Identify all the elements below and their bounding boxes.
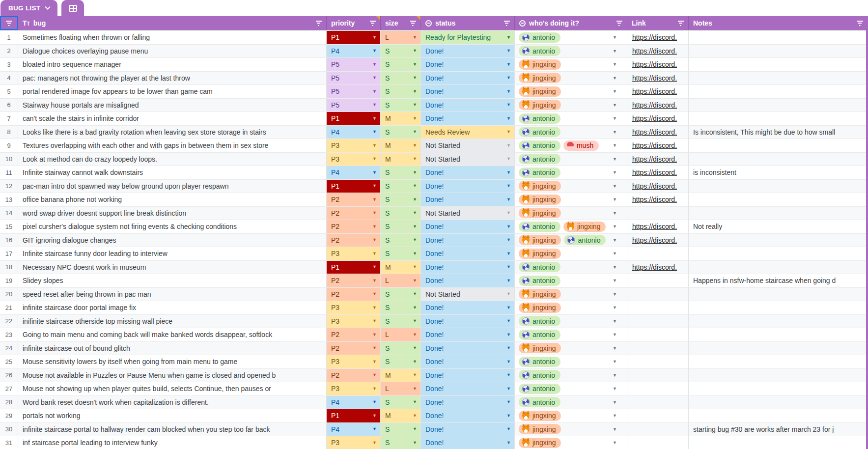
assignee-chip[interactable]: jingxing xyxy=(519,249,561,259)
link-cell[interactable] xyxy=(627,355,689,369)
size-dropdown[interactable]: M▼ xyxy=(381,153,421,167)
link-cell[interactable] xyxy=(627,247,689,261)
assignee-cell[interactable]: jingxing▼ xyxy=(515,301,627,315)
notes-cell[interactable] xyxy=(689,342,868,356)
priority-dropdown[interactable]: P2▼ xyxy=(327,234,381,248)
notes-cell[interactable] xyxy=(689,139,868,153)
chevron-down-icon[interactable]: ▼ xyxy=(613,238,617,242)
status-dropdown[interactable]: Done!▼ xyxy=(421,99,515,112)
filter-icon[interactable] xyxy=(6,21,12,26)
assignee-cell[interactable]: jingxing▼ xyxy=(515,342,627,356)
status-dropdown[interactable]: Done!▼ xyxy=(421,342,515,356)
priority-dropdown[interactable]: P3▼ xyxy=(327,139,381,153)
priority-dropdown[interactable]: P3▼ xyxy=(327,153,381,167)
size-dropdown[interactable]: S▼ xyxy=(381,126,421,140)
assignee-cell[interactable]: jingxing▼ xyxy=(515,247,627,261)
chevron-down-icon[interactable]: ▼ xyxy=(613,292,617,296)
assignee-cell[interactable]: antonio▼ xyxy=(515,315,627,329)
assignee-cell[interactable]: antonio▼ xyxy=(515,166,627,180)
assignee-chip[interactable]: jingxing xyxy=(519,100,561,110)
assignee-cell[interactable]: jingxing▼ xyxy=(515,180,627,194)
notes-cell[interactable]: Not really xyxy=(689,220,868,234)
link-cell[interactable] xyxy=(627,328,689,342)
priority-dropdown[interactable]: P3▼ xyxy=(327,247,381,261)
notes-cell[interactable] xyxy=(689,328,868,342)
chevron-down-icon[interactable] xyxy=(45,4,51,9)
priority-dropdown[interactable]: P3▼ xyxy=(327,355,381,369)
bug-cell[interactable]: pac: managers not throwing the player at… xyxy=(18,72,327,85)
row-number[interactable]: 31 xyxy=(0,436,18,449)
status-dropdown[interactable]: Not Started▼ xyxy=(421,153,515,167)
column-header-size[interactable]: size xyxy=(381,16,421,30)
bug-cell[interactable]: Word bank reset doesn't work when capita… xyxy=(18,396,327,410)
priority-dropdown[interactable]: P1▼ xyxy=(327,409,381,423)
size-dropdown[interactable]: S▼ xyxy=(381,288,421,302)
link-cell[interactable]: https://discord. xyxy=(627,193,689,207)
assignee-chip[interactable]: jingxing xyxy=(519,303,561,313)
filter-icon[interactable] xyxy=(616,21,622,26)
link-cell[interactable] xyxy=(627,369,689,383)
assignee-chip[interactable]: antonio xyxy=(519,140,560,151)
status-dropdown[interactable]: Done!▼ xyxy=(421,220,515,234)
assignee-cell[interactable]: jingxing▼ xyxy=(515,99,627,112)
row-number[interactable]: 19 xyxy=(0,274,18,288)
assignee-chip[interactable]: antonio xyxy=(519,262,560,272)
discord-link[interactable]: https://discord. xyxy=(632,141,677,149)
discord-link[interactable]: https://discord. xyxy=(632,236,677,244)
row-number[interactable]: 25 xyxy=(0,355,18,369)
filter-icon[interactable] xyxy=(410,21,416,26)
discord-link[interactable]: https://discord. xyxy=(632,114,677,122)
priority-dropdown[interactable]: P4▼ xyxy=(327,45,381,58)
filter-icon[interactable] xyxy=(369,21,376,26)
assignee-chip[interactable]: antonio xyxy=(519,276,560,286)
assignee-chip[interactable]: jingxing xyxy=(519,208,561,218)
filter-icon[interactable] xyxy=(504,21,510,26)
priority-dropdown[interactable]: P2▼ xyxy=(327,342,381,356)
link-cell[interactable] xyxy=(627,301,689,315)
link-cell[interactable]: https://discord. xyxy=(627,261,689,275)
assignee-cell[interactable]: antonio▼ xyxy=(515,328,627,342)
notes-cell[interactable] xyxy=(689,31,868,45)
link-cell[interactable]: https://discord. xyxy=(627,166,689,180)
notes-cell[interactable] xyxy=(689,301,868,315)
status-dropdown[interactable]: Done!▼ xyxy=(421,193,515,207)
assignee-chip[interactable]: antonio xyxy=(519,397,560,407)
tab-bug-list[interactable]: BUG LIST xyxy=(0,0,57,16)
column-header-status[interactable]: status xyxy=(421,16,515,30)
bug-cell[interactable]: Going to main menu and coming back will … xyxy=(18,328,327,342)
status-dropdown[interactable]: Done!▼ xyxy=(421,180,515,194)
link-cell[interactable] xyxy=(627,436,689,449)
bug-cell[interactable]: Slidey slopes xyxy=(18,274,327,288)
bug-cell[interactable]: speed reset after being thrown in pac ma… xyxy=(18,288,327,302)
size-dropdown[interactable]: S▼ xyxy=(381,234,421,248)
notes-cell[interactable]: is inconsistent xyxy=(689,166,868,180)
row-number[interactable]: 3 xyxy=(0,58,18,72)
size-dropdown[interactable]: S▼ xyxy=(381,315,421,329)
link-cell[interactable]: https://discord. xyxy=(627,112,689,126)
notes-cell[interactable] xyxy=(689,234,868,248)
priority-dropdown[interactable]: P5▼ xyxy=(327,99,381,112)
row-number[interactable]: 5 xyxy=(0,85,18,99)
chevron-down-icon[interactable]: ▼ xyxy=(613,387,617,391)
assignee-chip[interactable]: antonio xyxy=(519,330,560,340)
bug-cell[interactable]: Textures overlapping with each other and… xyxy=(18,139,327,153)
tab-table-view[interactable] xyxy=(61,0,84,16)
assignee-cell[interactable]: antoniojingxing▼ xyxy=(515,220,627,234)
column-header-notes[interactable]: Notes xyxy=(689,16,868,30)
size-dropdown[interactable]: L▼ xyxy=(381,328,421,342)
size-dropdown[interactable]: S▼ xyxy=(381,193,421,207)
size-dropdown[interactable]: S▼ xyxy=(381,166,421,180)
discord-link[interactable]: https://discord. xyxy=(632,155,677,163)
bug-cell[interactable]: Necessary NPC doesnt work in museum xyxy=(18,261,327,275)
link-cell[interactable] xyxy=(627,382,689,396)
row-number[interactable]: 9 xyxy=(0,139,18,153)
link-cell[interactable]: https://discord. xyxy=(627,220,689,234)
status-dropdown[interactable]: Not Started▼ xyxy=(421,207,515,221)
priority-dropdown[interactable]: P4▼ xyxy=(327,396,381,410)
row-number[interactable]: 7 xyxy=(0,112,18,126)
priority-dropdown[interactable]: P1▼ xyxy=(327,112,381,126)
priority-dropdown[interactable]: P2▼ xyxy=(327,369,381,383)
bug-cell[interactable]: infinite staircase portal to hallway ren… xyxy=(18,423,327,437)
link-cell[interactable] xyxy=(627,423,689,437)
bug-cell[interactable]: Mouse not showing up when player quites … xyxy=(18,382,327,396)
